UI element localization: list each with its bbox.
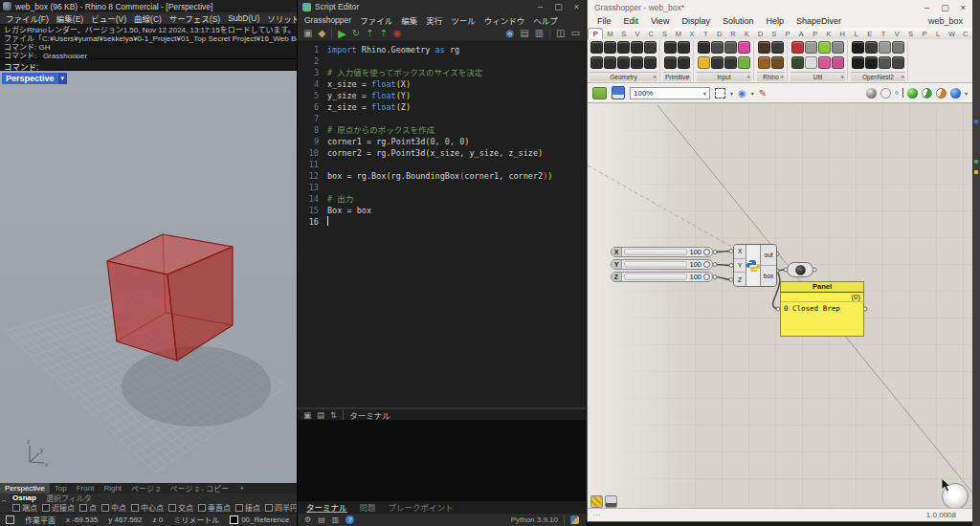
- rhino-menu-item[interactable]: 編集(E): [56, 12, 83, 24]
- viewport-tab[interactable]: Perspective: [0, 483, 50, 493]
- category-tab[interactable]: M: [603, 28, 616, 39]
- palette-group-label[interactable]: Primitive+: [663, 72, 691, 81]
- status-layer[interactable]: 00_Reference: [230, 515, 289, 524]
- zoom-level-select[interactable]: 100% ▾: [630, 87, 710, 99]
- save-icon[interactable]: ▣: [303, 29, 312, 38]
- slider-groove[interactable]: [624, 249, 687, 255]
- input-port[interactable]: X: [734, 245, 746, 259]
- palette-component-icon[interactable]: [738, 41, 750, 54]
- slider-groove[interactable]: [624, 261, 687, 268]
- input-port[interactable]: Y: [734, 259, 746, 274]
- palette-component-icon[interactable]: [758, 56, 770, 69]
- rhino-menu-item[interactable]: ビュー(V): [91, 12, 126, 24]
- category-tab[interactable]: S: [768, 28, 781, 39]
- slider-knob[interactable]: [703, 274, 710, 280]
- palette-component-icon[interactable]: [879, 56, 891, 69]
- script-editor-menu-item[interactable]: 編集: [401, 14, 417, 26]
- palette-component-icon[interactable]: [590, 56, 603, 69]
- preview-eye-icon[interactable]: ◉: [738, 88, 746, 99]
- category-tab[interactable]: V: [890, 28, 903, 39]
- recent-button-widget-icon[interactable]: [605, 495, 617, 508]
- category-tab[interactable]: P: [781, 28, 794, 39]
- palette-component-icon[interactable]: [771, 41, 784, 54]
- red-box-geometry[interactable]: [107, 234, 233, 361]
- palette-component-icon[interactable]: [711, 41, 724, 54]
- palette-component-icon[interactable]: [892, 56, 904, 69]
- osnap-checkbox[interactable]: 端点: [12, 502, 37, 513]
- palette-component-icon[interactable]: [724, 56, 737, 69]
- rhino-menu-item[interactable]: ソリッド(O): [267, 12, 297, 24]
- preview-material-icon[interactable]: [950, 88, 961, 99]
- stop-record-icon[interactable]: ◉: [393, 29, 402, 38]
- osnap-checkbox[interactable]: 垂直点: [198, 502, 231, 513]
- category-tab[interactable]: R: [726, 28, 740, 39]
- recent-slider-widget-icon[interactable]: [590, 495, 603, 508]
- category-tab[interactable]: V: [631, 28, 644, 39]
- document-selector[interactable]: web_box: [928, 16, 963, 26]
- panel-title[interactable]: Panel: [781, 282, 863, 293]
- osnap-checkbox[interactable]: 点: [79, 502, 97, 513]
- category-tab[interactable]: H: [835, 28, 849, 39]
- category-tab[interactable]: L: [931, 28, 945, 39]
- category-tab[interactable]: K: [740, 28, 753, 39]
- restart-icon[interactable]: ↻: [352, 29, 360, 38]
- palette-component-icon[interactable]: [724, 41, 737, 54]
- grasshopper-menu-item[interactable]: ShapeDiver: [796, 16, 841, 26]
- palette-component-icon[interactable]: [644, 41, 657, 54]
- osnap-checkbox[interactable]: 四半円点: [265, 502, 297, 513]
- grasshopper-menu-item[interactable]: View: [651, 16, 669, 26]
- category-tab[interactable]: P: [918, 28, 931, 39]
- grasshopper-menu-item[interactable]: Display: [681, 16, 710, 26]
- sketch-pen-icon[interactable]: ✎: [759, 88, 767, 99]
- palette-component-icon[interactable]: [832, 56, 844, 69]
- document-icon[interactable]: ▤: [318, 515, 325, 524]
- category-tab[interactable]: L: [849, 28, 862, 39]
- osnap-checkbox[interactable]: 近接点: [42, 502, 75, 513]
- palette-component-icon[interactable]: [791, 56, 804, 69]
- category-tab[interactable]: T: [877, 28, 890, 39]
- python-runtime-label[interactable]: Python 3.9.10: [511, 515, 558, 524]
- palette-component-icon[interactable]: [865, 56, 878, 69]
- rhino-menu-item[interactable]: SubD(U): [228, 13, 259, 23]
- eye-icon[interactable]: ◉: [505, 29, 514, 38]
- open-file-icon[interactable]: [592, 87, 607, 99]
- palette-component-icon[interactable]: [631, 56, 643, 69]
- grasshopper-canvas[interactable]: X 100 Y 100 Z 100 XYZ: [588, 103, 972, 508]
- slider-knob[interactable]: [703, 261, 710, 268]
- category-tab[interactable]: A: [794, 28, 808, 39]
- palette-component-icon[interactable]: [738, 56, 750, 69]
- grasshopper-menu-item[interactable]: File: [597, 16, 612, 26]
- category-tab[interactable]: E: [863, 28, 877, 39]
- script-editor-menu-item[interactable]: ウィンドウ: [484, 14, 525, 26]
- bottom-panel-tab[interactable]: ブレークポイント: [389, 501, 454, 513]
- category-tab[interactable]: P: [809, 28, 822, 39]
- scroll-lock-icon[interactable]: ⇅: [330, 410, 337, 420]
- osnap-checkbox[interactable]: 交点: [168, 502, 193, 513]
- palette-component-icon[interactable]: [698, 56, 710, 69]
- palette-group-label[interactable]: Util+: [791, 72, 845, 81]
- python-script-component[interactable]: XYZ outbox: [733, 244, 777, 287]
- category-tab[interactable]: X: [685, 28, 699, 39]
- split-right-icon[interactable]: ◫: [556, 29, 565, 38]
- category-tab[interactable]: K: [822, 28, 835, 39]
- viewport-name[interactable]: Perspective: [2, 73, 58, 84]
- grasshopper-menu-item[interactable]: Edit: [624, 16, 639, 26]
- category-tab[interactable]: S: [617, 28, 631, 39]
- palette-component-icon[interactable]: [664, 56, 677, 69]
- palette-component-icon[interactable]: [771, 56, 784, 69]
- gear-icon[interactable]: ⚙: [304, 515, 311, 524]
- zoom-extents-icon[interactable]: [715, 88, 725, 99]
- preview-shaded-icon[interactable]: [866, 88, 877, 99]
- status-cplane[interactable]: 作業平面: [25, 515, 56, 525]
- preview-colour-icon[interactable]: [936, 88, 947, 99]
- input-port[interactable]: Z: [734, 273, 746, 286]
- category-tab[interactable]: M: [672, 28, 685, 39]
- number-slider[interactable]: Y 100: [611, 259, 713, 270]
- category-tab[interactable]: D: [713, 28, 726, 39]
- osnap-checkbox[interactable]: 接点: [235, 502, 260, 513]
- palette-group-label[interactable]: Geometry+: [590, 72, 657, 81]
- category-tab[interactable]: P: [588, 28, 603, 39]
- script-component-body[interactable]: [746, 245, 760, 286]
- grasshopper-menu-item[interactable]: Solution: [723, 16, 754, 26]
- palette-component-icon[interactable]: [832, 41, 844, 54]
